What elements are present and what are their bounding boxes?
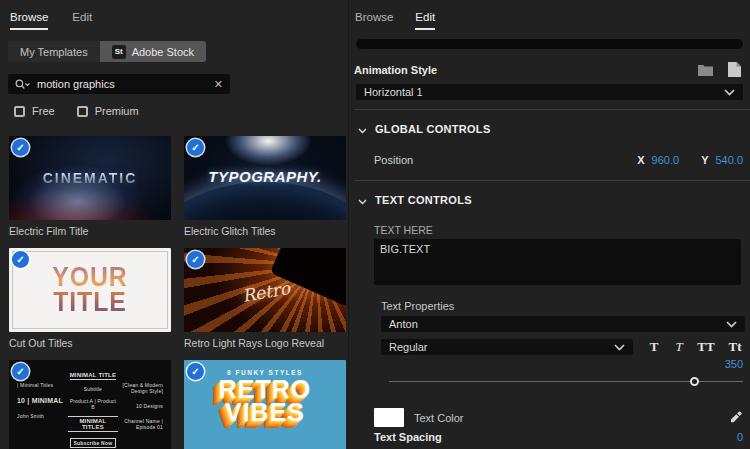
text-here-label: TEXT HERE xyxy=(374,224,750,236)
text-controls-header[interactable]: TEXT CONTROLS xyxy=(354,191,750,209)
text-style-buttons: T T TT Tt xyxy=(646,339,745,355)
tab-edit[interactable]: Edit xyxy=(415,8,435,30)
template-card-minimal-titles: ✓ | Minimal Titles 10 | MINIMAL John Smi… xyxy=(9,360,171,449)
adobe-stock-button[interactable]: St Adobe Stock xyxy=(100,41,206,62)
font-family-select[interactable]: Anton xyxy=(381,316,745,332)
text-spacing-row: Text Spacing 0 xyxy=(354,431,743,443)
eyedropper-icon[interactable] xyxy=(729,411,743,425)
stock-badge-icon: St xyxy=(112,45,126,59)
edit-panel: Browse Edit Animation Style Horizontal 1 xyxy=(348,0,750,449)
selected-check-icon[interactable]: ✓ xyxy=(12,251,29,268)
thumbnail-art-text: | Minimal Titles 10 | MINIMAL John Smith xyxy=(17,372,67,444)
text-spacing-value[interactable]: 0 xyxy=(737,431,743,443)
text-content-input[interactable]: BIG.TEXT xyxy=(374,239,741,285)
template-card-retro-rays: ✓ Retro Retro Light Rays Logo Reveal xyxy=(184,248,346,349)
x-axis-label: X xyxy=(637,154,644,166)
small-caps-button[interactable]: Tt xyxy=(725,339,745,355)
selected-check-icon[interactable]: ✓ xyxy=(12,363,29,380)
all-caps-button[interactable]: TT xyxy=(696,339,716,355)
selected-check-icon[interactable]: ✓ xyxy=(12,139,29,156)
template-card-electric-film: ✓ CINEMATIC Electric Film Title xyxy=(9,136,171,237)
search-box: ✕ xyxy=(8,74,230,94)
adobe-stock-label: Adobe Stock xyxy=(132,46,194,58)
template-thumbnail[interactable]: ✓ TYPOGRAPHY. xyxy=(184,136,346,220)
font-family-value: Anton xyxy=(389,318,418,330)
browse-panel: Browse Edit My Templates St Adobe Stock … xyxy=(0,0,348,449)
check-glyph: ✓ xyxy=(16,366,24,377)
free-checkbox[interactable] xyxy=(14,106,25,117)
template-thumbnail[interactable]: ✓ CINEMATIC xyxy=(9,136,171,220)
check-glyph: ✓ xyxy=(191,366,199,377)
position-x-value[interactable]: 960.0 xyxy=(652,154,680,166)
text-color-swatch[interactable] xyxy=(374,408,404,427)
new-item-icon[interactable] xyxy=(728,62,741,77)
chevron-down-icon xyxy=(358,191,367,209)
font-size-value[interactable]: 350 xyxy=(725,358,743,370)
global-controls-header[interactable]: GLOBAL CONTROLS xyxy=(354,120,750,138)
section-title: GLOBAL CONTROLS xyxy=(375,123,491,135)
clear-search-icon[interactable]: ✕ xyxy=(214,79,223,90)
thumbnail-art-text: CINEMATIC xyxy=(43,170,138,186)
template-card-electric-glitch: ✓ TYPOGRAPHY. Electric Glitch Titles xyxy=(184,136,346,237)
search-icon xyxy=(15,79,30,90)
chevron-down-icon xyxy=(724,89,735,96)
animation-style-label: Animation Style xyxy=(354,64,437,76)
search-input[interactable] xyxy=(37,78,207,90)
section-divider xyxy=(354,180,750,181)
thumbnail-art-text: [Clean & Modern Design Style] 10 Designs… xyxy=(119,372,163,444)
check-glyph: ✓ xyxy=(16,254,24,265)
faux-bold-button[interactable]: T xyxy=(646,339,662,355)
template-name-bar[interactable] xyxy=(356,39,743,49)
font-size-slider[interactable] xyxy=(389,377,743,387)
essential-graphics-panel: Browse Edit My Templates St Adobe Stock … xyxy=(0,0,750,449)
thumbnail-art-text: RETRO VIBES xyxy=(219,378,312,424)
text-color-row: Text Color xyxy=(354,408,743,427)
template-thumbnail[interactable]: ✓ Retro xyxy=(184,248,346,332)
thumbnail-art-text: YOUR TITLE xyxy=(52,265,127,315)
animation-style-value: Horizontal 1 xyxy=(364,86,423,98)
position-label: Position xyxy=(374,154,413,166)
template-thumbnail[interactable]: ✓ | Minimal Titles 10 | MINIMAL John Smi… xyxy=(9,360,171,449)
thumbnail-art-text: Retro xyxy=(241,278,292,306)
template-title: Electric Film Title xyxy=(9,225,171,237)
text-color-label: Text Color xyxy=(414,412,464,424)
animation-style-select[interactable]: Horizontal 1 xyxy=(356,84,743,100)
faux-italic-button[interactable]: T xyxy=(671,339,687,355)
chevron-down-icon xyxy=(358,120,367,138)
template-title: Electric Glitch Titles xyxy=(184,225,346,237)
thumbnail-art-text: TYPOGRAPHY. xyxy=(208,168,321,185)
slider-handle[interactable] xyxy=(690,377,699,386)
my-templates-button[interactable]: My Templates xyxy=(8,41,100,62)
font-face-row: Regular T T TT Tt xyxy=(381,339,745,355)
template-source-toggle: My Templates St Adobe Stock xyxy=(8,41,340,62)
left-tab-bar: Browse Edit xyxy=(8,8,340,30)
position-y-value[interactable]: 540.0 xyxy=(715,154,743,166)
filter-premium: Premium xyxy=(77,105,139,117)
selected-check-icon[interactable]: ✓ xyxy=(187,139,204,156)
selected-check-icon[interactable]: ✓ xyxy=(187,251,204,268)
font-style-select[interactable]: Regular xyxy=(381,339,633,355)
check-glyph: ✓ xyxy=(16,142,24,153)
animation-style-row: Animation Style xyxy=(354,62,741,77)
template-title: Cut Out Titles xyxy=(9,337,171,349)
template-title: Retro Light Rays Logo Reveal xyxy=(184,337,346,349)
font-size-value-row: 350 xyxy=(354,358,743,370)
y-axis-label: Y xyxy=(701,154,708,166)
folder-icon[interactable] xyxy=(698,64,713,76)
tab-browse[interactable]: Browse xyxy=(355,8,393,30)
premium-label: Premium xyxy=(95,105,139,117)
section-title: TEXT CONTROLS xyxy=(375,194,472,206)
right-tab-bar: Browse Edit xyxy=(354,8,750,30)
selected-check-icon[interactable]: ✓ xyxy=(187,363,204,380)
tab-browse[interactable]: Browse xyxy=(10,8,48,30)
position-row: Position X 960.0 Y 540.0 xyxy=(354,154,743,166)
template-grid: ✓ CINEMATIC Electric Film Title ✓ TYPOGR… xyxy=(8,136,340,449)
text-properties-label: Text Properties xyxy=(381,300,750,312)
premium-checkbox[interactable] xyxy=(77,106,88,117)
template-thumbnail[interactable]: ✓ YOUR TITLE xyxy=(9,248,171,332)
tab-edit[interactable]: Edit xyxy=(72,8,92,30)
chevron-down-icon xyxy=(614,344,625,351)
template-thumbnail[interactable]: ✓ 8 FUNKY STYLES RETRO VIBES xyxy=(184,360,346,449)
section-divider xyxy=(354,109,750,110)
template-card-retro-vibes: ✓ 8 FUNKY STYLES RETRO VIBES xyxy=(184,360,346,449)
